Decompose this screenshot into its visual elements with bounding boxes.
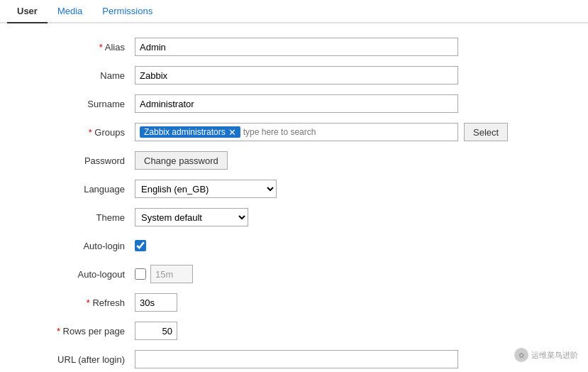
language-row: Language English (en_GB) Chinese (zh_CN)… xyxy=(21,180,567,198)
url-row: URL (after login) xyxy=(21,350,567,368)
tab-user[interactable]: User xyxy=(7,0,48,23)
auto-logout-row: Auto-logout xyxy=(21,265,567,283)
language-select[interactable]: English (en_GB) Chinese (zh_CN) French (… xyxy=(135,180,277,198)
alias-row: Alias xyxy=(21,38,567,56)
password-row: Password Change password xyxy=(21,151,567,170)
group-tag: Zabbix administrators ✕ xyxy=(140,126,240,138)
auto-logout-checkbox[interactable] xyxy=(135,268,146,280)
change-password-button[interactable]: Change password xyxy=(135,151,228,170)
rows-per-page-label: Rows per page xyxy=(21,326,135,337)
user-form: Alias Name Surname Groups Zabbix adminis… xyxy=(0,23,588,372)
refresh-row: Refresh xyxy=(21,293,567,312)
select-button[interactable]: Select xyxy=(464,123,508,141)
name-label: Name xyxy=(21,70,135,81)
alias-label: Alias xyxy=(21,42,135,53)
groups-label: Groups xyxy=(21,127,135,138)
auto-logout-container xyxy=(135,265,193,283)
refresh-input[interactable] xyxy=(135,293,177,312)
auto-logout-label: Auto-logout xyxy=(21,269,135,280)
theme-select[interactable]: System default Blue Dark xyxy=(135,208,248,226)
name-row: Name xyxy=(21,66,567,84)
password-label: Password xyxy=(21,155,135,166)
theme-label: Theme xyxy=(21,212,135,223)
groups-field[interactable]: Zabbix administrators ✕ xyxy=(135,123,458,141)
language-label: Language xyxy=(21,184,135,195)
url-label: URL (after login) xyxy=(21,354,135,365)
group-tag-remove-icon[interactable]: ✕ xyxy=(228,128,236,137)
auto-login-row: Auto-login xyxy=(21,236,567,255)
tab-permissions[interactable]: Permissions xyxy=(92,0,162,23)
url-input[interactable] xyxy=(135,350,458,368)
group-search-input[interactable] xyxy=(243,127,350,137)
rows-per-page-row: Rows per page xyxy=(21,322,567,340)
tab-bar: User Media Permissions xyxy=(0,0,588,23)
theme-row: Theme System default Blue Dark xyxy=(21,208,567,226)
groups-row: Groups Zabbix administrators ✕ Select xyxy=(21,123,567,141)
alias-input[interactable] xyxy=(135,38,458,56)
watermark-text: 运维菜鸟进阶 xyxy=(531,350,578,361)
auto-login-checkbox[interactable] xyxy=(135,240,146,251)
tab-media[interactable]: Media xyxy=(48,0,92,23)
refresh-label: Refresh xyxy=(21,297,135,308)
auto-login-label: Auto-login xyxy=(21,241,135,251)
group-tag-label: Zabbix administrators xyxy=(144,127,226,137)
watermark: ✿ 运维菜鸟进阶 xyxy=(514,348,578,362)
name-input[interactable] xyxy=(135,66,458,84)
auto-logout-time-input[interactable] xyxy=(150,265,193,283)
watermark-icon: ✿ xyxy=(514,348,528,362)
surname-input[interactable] xyxy=(135,94,458,113)
surname-row: Surname xyxy=(21,94,567,113)
rows-per-page-input[interactable] xyxy=(135,322,177,340)
surname-label: Surname xyxy=(21,99,135,109)
